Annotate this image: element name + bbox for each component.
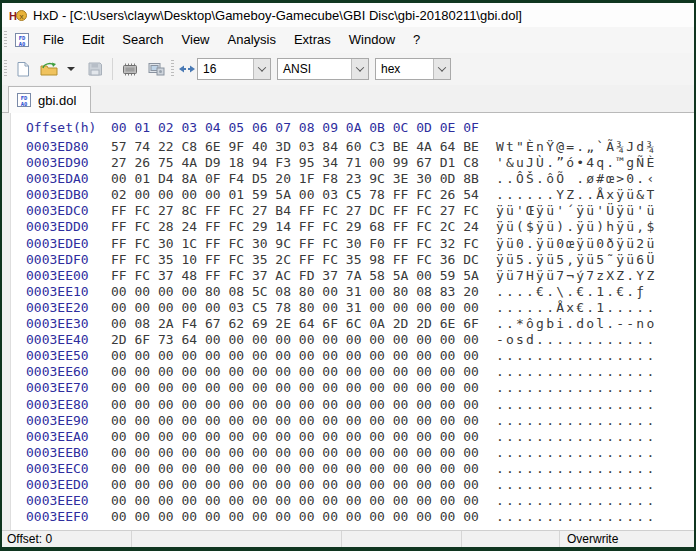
toolbar-gripper[interactable] bbox=[4, 60, 7, 78]
row-bytes[interactable]: 00 00 00 00 00 00 00 00 00 00 00 00 00 0… bbox=[111, 413, 478, 429]
row-ascii[interactable]: ................ bbox=[496, 364, 656, 380]
hxd-window: H x HxD - [C:\Users\clayw\Desktop\Gamebo… bbox=[2, 3, 694, 547]
row-bytes[interactable]: FF FC 35 10 FF FC 35 2C FF FC 35 98 FF F… bbox=[111, 252, 478, 268]
bytes-per-row-icon-button[interactable] bbox=[177, 57, 197, 81]
open-ram-button[interactable] bbox=[117, 57, 143, 81]
row-ascii[interactable]: ÿü'Œÿü'´ÿü'Üÿü'ü bbox=[496, 203, 656, 219]
status-mode[interactable]: Overwrite bbox=[560, 531, 694, 547]
row-bytes[interactable]: 02 00 00 00 00 01 59 5A 00 03 C5 78 FF F… bbox=[111, 187, 478, 203]
menu-help[interactable]: ? bbox=[404, 29, 429, 51]
title-bar[interactable]: H x HxD - [C:\Users\clayw\Desktop\Gamebo… bbox=[2, 3, 694, 27]
row-bytes[interactable]: 00 00 00 00 00 00 00 00 00 00 00 00 00 0… bbox=[111, 397, 478, 413]
tab-gbi-dol[interactable]: FD A0 gbi.dol bbox=[8, 86, 91, 113]
bytes-per-row-select[interactable]: 16 bbox=[197, 58, 271, 80]
row-ascii[interactable]: ................ bbox=[496, 445, 656, 461]
row-bytes[interactable]: 00 00 00 00 00 00 00 00 00 00 00 00 00 0… bbox=[111, 509, 478, 525]
open-disk-button[interactable] bbox=[143, 57, 169, 81]
row-bytes[interactable]: 00 00 00 00 00 00 00 00 00 00 00 00 00 0… bbox=[111, 477, 478, 493]
row-bytes[interactable]: FF FC 37 48 FF FC 37 AC FD 37 7A 58 5A 0… bbox=[111, 268, 478, 284]
row-bytes[interactable]: 00 00 00 00 80 08 5C 08 80 00 31 00 80 0… bbox=[111, 284, 478, 300]
row-ascii[interactable]: ..ÔŠ.ôÕ .ø#œ>0.‹ bbox=[496, 171, 656, 187]
hex-row: 0003EEF000 00 00 00 00 00 00 00 00 00 00… bbox=[11, 509, 694, 525]
row-bytes[interactable]: FF FC 28 24 FF FC 29 14 FF FC 29 68 FF F… bbox=[111, 219, 478, 235]
encoding-dropdown[interactable] bbox=[351, 59, 368, 79]
row-ascii[interactable]: ................ bbox=[496, 429, 656, 445]
menu-analysis[interactable]: Analysis bbox=[219, 29, 285, 51]
row-ascii[interactable]: ................ bbox=[496, 348, 656, 364]
bytes-per-row-value: 16 bbox=[198, 62, 253, 76]
row-ascii[interactable]: ................ bbox=[496, 413, 656, 429]
row-ascii[interactable]: ................ bbox=[496, 380, 656, 396]
hex-row: 0003EE2000 00 00 00 00 03 C5 78 80 00 31… bbox=[11, 300, 694, 316]
row-bytes[interactable]: 00 00 00 00 00 00 00 00 00 00 00 00 00 0… bbox=[111, 445, 478, 461]
row-ascii[interactable]: ................ bbox=[496, 397, 656, 413]
save-button[interactable] bbox=[82, 57, 108, 81]
offset-base-dropdown[interactable] bbox=[433, 59, 450, 79]
hex-row: 0003ED8057 74 22 C8 6E 9F 40 3D 03 84 60… bbox=[11, 139, 694, 155]
row-bytes[interactable]: 00 00 00 00 00 00 00 00 00 00 00 00 00 0… bbox=[111, 380, 478, 396]
row-ascii[interactable]: ................ bbox=[496, 493, 656, 509]
hex-row: 0003EE00FF FC 37 48 FF FC 37 AC FD 37 7A… bbox=[11, 268, 694, 284]
menu-search[interactable]: Search bbox=[113, 29, 172, 51]
chevron-down-icon bbox=[258, 63, 266, 71]
row-ascii[interactable]: ÿü0.ÿü0œÿü0ðÿü2ü bbox=[496, 236, 656, 252]
row-bytes[interactable]: 57 74 22 C8 6E 9F 40 3D 03 84 60 C3 BE 4… bbox=[111, 139, 478, 155]
row-ascii[interactable]: ÿü5.ÿü5,ÿü5˜ÿü6Ü bbox=[496, 252, 656, 268]
row-ascii[interactable]: -osd............ bbox=[496, 332, 656, 348]
row-ascii[interactable]: ......Åx€.1..... bbox=[496, 300, 656, 316]
menu-window[interactable]: Window bbox=[340, 29, 404, 51]
row-bytes[interactable]: 00 01 D4 8A 0F F4 D5 20 1F F8 23 9C 3E 3… bbox=[111, 171, 478, 187]
row-offset: 0003EDE0 bbox=[26, 236, 111, 252]
row-bytes[interactable]: FF FC 30 1C FF FC 30 9C FF FC 30 F0 FF F… bbox=[111, 236, 478, 252]
row-bytes[interactable]: 00 00 00 00 00 00 00 00 00 00 00 00 00 0… bbox=[111, 364, 478, 380]
row-ascii[interactable]: ................ bbox=[496, 461, 656, 477]
row-bytes[interactable]: 2D 6F 73 64 00 00 00 00 00 00 00 00 00 0… bbox=[111, 332, 478, 348]
row-offset: 0003EEB0 bbox=[26, 445, 111, 461]
row-bytes[interactable]: 00 00 00 00 00 00 00 00 00 00 00 00 00 0… bbox=[111, 429, 478, 445]
row-ascii[interactable]: ÿü($ÿü).ÿü)hÿü,$ bbox=[496, 219, 656, 235]
row-ascii[interactable]: ..*ôgbi.dol.--no bbox=[496, 316, 656, 332]
new-file-button[interactable] bbox=[10, 57, 36, 81]
encoding-select[interactable]: ANSI bbox=[277, 58, 369, 80]
row-offset: 0003EEF0 bbox=[26, 509, 111, 525]
row-bytes[interactable]: 00 00 00 00 00 03 C5 78 80 00 31 00 00 0… bbox=[111, 300, 478, 316]
row-ascii[interactable]: Wt"ÈnŸ@=.„`Ã¾Jd¾ bbox=[496, 139, 656, 155]
row-bytes[interactable]: 00 00 00 00 00 00 00 00 00 00 00 00 00 0… bbox=[111, 348, 478, 364]
hex-row: 0003EDC0FF FC 27 8C FF FC 27 B4 FF FC 27… bbox=[11, 203, 694, 219]
disk-drive-icon bbox=[147, 61, 166, 77]
row-bytes[interactable]: FF FC 27 8C FF FC 27 B4 FF FC 27 DC FF F… bbox=[111, 203, 478, 219]
row-bytes[interactable]: 00 00 00 00 00 00 00 00 00 00 00 00 00 0… bbox=[111, 461, 478, 477]
row-offset: 0003ED90 bbox=[26, 155, 111, 171]
menu-view[interactable]: View bbox=[173, 29, 219, 51]
row-offset: 0003EE40 bbox=[26, 332, 111, 348]
open-dropdown-button[interactable] bbox=[62, 57, 82, 81]
hex-row: 0003EDD0FF FC 28 24 FF FC 29 14 FF FC 29… bbox=[11, 219, 694, 235]
memory-chip-icon bbox=[121, 62, 140, 77]
menu-extras[interactable]: Extras bbox=[285, 29, 340, 51]
row-bytes[interactable]: 27 26 75 4A D9 18 94 F3 95 34 71 00 99 6… bbox=[111, 155, 478, 171]
offset-base-select[interactable]: hex bbox=[375, 58, 451, 80]
row-bytes[interactable]: 00 00 00 00 00 00 00 00 00 00 00 00 00 0… bbox=[111, 493, 478, 509]
menu-file[interactable]: File bbox=[34, 29, 73, 51]
menu-edit[interactable]: Edit bbox=[73, 29, 113, 51]
row-ascii[interactable]: ................ bbox=[496, 509, 656, 525]
open-file-button[interactable] bbox=[36, 57, 62, 81]
document-icon[interactable]: FD A0 bbox=[14, 32, 30, 48]
hex-row: 0003EE9000 00 00 00 00 00 00 00 00 00 00… bbox=[11, 413, 694, 429]
row-bytes[interactable]: 00 08 2A F4 67 62 69 2E 64 6F 6C 0A 2D 2… bbox=[111, 316, 478, 332]
row-ascii[interactable]: ................ bbox=[496, 477, 656, 493]
chevron-down-icon bbox=[438, 63, 446, 71]
row-ascii[interactable]: ÿü7Hÿü7¬ý7zXZ.YZ bbox=[496, 268, 656, 284]
hex-row: 0003EE8000 00 00 00 00 00 00 00 00 00 00… bbox=[11, 397, 694, 413]
svg-text:A0: A0 bbox=[19, 41, 26, 47]
toolbar-gripper-2[interactable] bbox=[171, 60, 174, 78]
open-folder-icon bbox=[40, 61, 58, 77]
menubar-gripper[interactable] bbox=[4, 31, 7, 49]
bytes-per-row-dropdown[interactable] bbox=[253, 59, 270, 79]
row-offset: 0003EE50 bbox=[26, 348, 111, 364]
row-ascii[interactable]: '&uJÙ.”ó•4q.™gÑÈ bbox=[496, 155, 656, 171]
row-offset: 0003EE60 bbox=[26, 364, 111, 380]
row-ascii[interactable]: ......YZ..Åxÿü&T bbox=[496, 187, 656, 203]
row-ascii[interactable]: ....€.\.€.1.€.ƒ bbox=[496, 284, 656, 300]
hex-editor-pane[interactable]: Offset(h) 00 01 02 03 04 05 06 07 08 09 … bbox=[10, 113, 694, 530]
